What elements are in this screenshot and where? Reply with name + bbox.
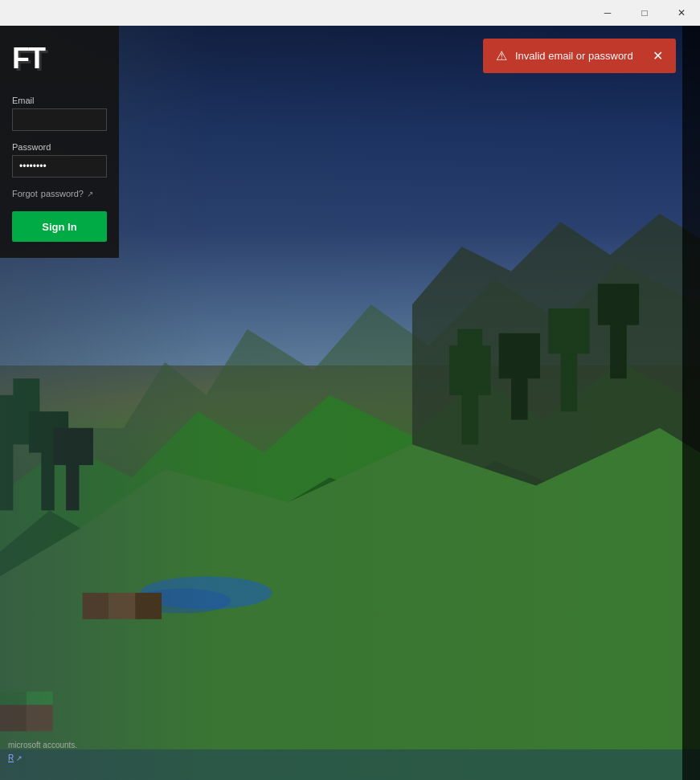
- password-label: Password: [12, 142, 107, 152]
- error-notification: ⚠ Invalid email or password ✕: [483, 39, 676, 73]
- learn-more-row: R ↗: [8, 753, 121, 764]
- right-sidebar-strip: [682, 26, 700, 780]
- email-group: Email: [12, 96, 107, 131]
- login-panel: FT Email Password Forgot password? ↗ Sig…: [0, 26, 119, 258]
- forgot-password-text: password?: [41, 189, 84, 198]
- minecraft-logo: FT: [12, 42, 107, 76]
- error-close-button[interactable]: ✕: [653, 50, 663, 63]
- close-button[interactable]: ✕: [663, 0, 700, 26]
- sign-in-button[interactable]: Sign In: [12, 211, 107, 242]
- notice-text: microsoft accounts.: [8, 741, 77, 749]
- error-message: Invalid email or password: [515, 50, 645, 62]
- forgot-password-prefix: Forgot: [12, 189, 38, 198]
- password-group: Password: [12, 142, 107, 178]
- maximize-button[interactable]: □: [626, 0, 663, 26]
- email-label: Email: [12, 96, 107, 105]
- email-input[interactable]: [12, 108, 107, 131]
- title-bar: ─ □ ✕: [0, 0, 700, 26]
- learn-more-link[interactable]: R: [8, 753, 14, 764]
- learn-more-ext-icon: ↗: [16, 753, 23, 764]
- bottom-notice: microsoft accounts. R ↗: [8, 740, 121, 764]
- forgot-password-link[interactable]: Forgot password? ↗: [12, 189, 107, 198]
- window-controls: ─ □ ✕: [589, 0, 700, 26]
- warning-icon: ⚠: [496, 48, 507, 63]
- password-input[interactable]: [12, 155, 107, 178]
- external-link-icon: ↗: [87, 190, 93, 198]
- minimize-button[interactable]: ─: [589, 0, 626, 26]
